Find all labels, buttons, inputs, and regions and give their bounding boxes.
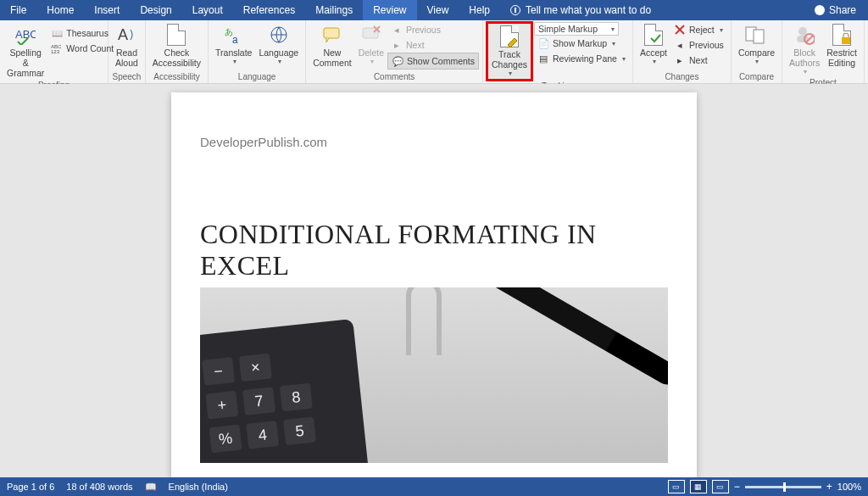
status-spellcheck-icon[interactable]: 📖 (145, 482, 157, 493)
group-language: あa Translate▾ Language▾ Language (209, 20, 306, 83)
wordcount-button[interactable]: ABC123Word Count (47, 41, 117, 56)
chevron-down-icon: ▾ (653, 58, 656, 65)
chevron-down-icon: ▾ (611, 25, 615, 33)
compare-button[interactable]: Compare▾ (735, 22, 778, 67)
markup-mode-dropdown[interactable]: Simple Markup▾ (534, 22, 619, 36)
new-comment-button[interactable]: New Comment (309, 22, 355, 70)
tab-view[interactable]: View (417, 0, 459, 20)
check-accessibility-button[interactable]: Check Accessibility (149, 22, 204, 70)
compare-icon (745, 24, 767, 46)
block-authors-icon (793, 24, 815, 46)
block-authors-button[interactable]: Block Authors▾ (786, 22, 823, 77)
paperclip-graphic (406, 285, 442, 355)
tell-me-search[interactable]: Tell me what you want to do (500, 0, 803, 20)
previous-icon: ◂ (391, 24, 403, 36)
show-comments-icon: 💬 (392, 55, 403, 67)
next-comment-button[interactable]: ▸Next (387, 37, 479, 53)
next-icon: ▸ (391, 39, 403, 51)
previous-comment-button[interactable]: ◂Previous (387, 22, 479, 37)
menu-tabs-bar: File Home Insert Design Layout Reference… (0, 0, 868, 20)
zoom-out-button[interactable]: − (734, 481, 740, 493)
language-icon (268, 24, 290, 46)
group-tracking: Track Changes▾ Simple Markup▾ 📄Show Mark… (483, 20, 633, 83)
previous-change-button[interactable]: ◂Previous (670, 37, 727, 53)
tab-layout[interactable]: Layout (182, 0, 233, 20)
reviewing-pane-icon: ▤ (537, 53, 549, 64)
tell-me-label: Tell me what you want to do (526, 4, 651, 16)
reject-button[interactable]: Reject▾ (670, 22, 727, 37)
chevron-down-icon: ▾ (370, 58, 374, 65)
translate-button[interactable]: あa Translate▾ (212, 22, 255, 67)
svg-point-15 (798, 27, 807, 36)
calculator-graphic: − × + 7 8 % 4 5 (200, 319, 369, 463)
svg-text:ABC: ABC (15, 28, 36, 41)
group-label-speech: Speech (112, 71, 142, 83)
document-header-text: DeveloperPublish.com (200, 135, 668, 149)
thesaurus-button[interactable]: 📖Thesaurus (47, 25, 117, 41)
view-print-layout-button[interactable]: ▦ (690, 480, 707, 493)
read-aloud-button[interactable]: A Read Aloud (112, 22, 142, 70)
status-language[interactable]: English (India) (169, 482, 228, 492)
svg-text:A: A (118, 26, 128, 43)
group-ink: Hide Ink▾ Ink (865, 20, 868, 83)
tab-home[interactable]: Home (36, 0, 84, 20)
thesaurus-icon: 📖 (51, 27, 63, 39)
accept-icon (643, 24, 665, 46)
group-label-accessibility: Accessibility (149, 71, 204, 83)
tab-design[interactable]: Design (130, 0, 181, 20)
group-speech: A Read Aloud Speech (108, 20, 146, 83)
group-label-comments: Comments (309, 71, 479, 83)
next-change-button[interactable]: ▸Next (670, 53, 727, 68)
svg-text:a: a (232, 34, 238, 45)
translate-icon: あa (223, 24, 245, 46)
track-changes-button[interactable]: Track Changes▾ (487, 22, 532, 81)
tab-review[interactable]: Review (363, 0, 416, 20)
tab-help[interactable]: Help (459, 0, 500, 20)
chevron-down-icon: ▾ (233, 58, 236, 65)
tab-insert[interactable]: Insert (84, 0, 130, 20)
zoom-slider[interactable] (745, 486, 821, 488)
accessibility-icon (165, 24, 187, 46)
chevron-down-icon: ▾ (509, 70, 512, 77)
svg-rect-7 (324, 28, 339, 38)
zoom-in-button[interactable]: + (826, 481, 832, 493)
delete-comment-button[interactable]: Delete▾ (355, 22, 387, 67)
group-comments: New Comment Delete▾ ◂Previous ▸Next 💬Sho… (306, 20, 483, 83)
show-comments-button[interactable]: 💬Show Comments (387, 53, 479, 70)
tab-references[interactable]: References (233, 0, 305, 20)
group-compare: Compare▾ Compare (732, 20, 782, 83)
previous-icon: ◂ (674, 39, 686, 51)
reviewing-pane-button[interactable]: ▤Reviewing Pane▾ (534, 51, 629, 66)
chevron-down-icon: ▾ (720, 26, 723, 34)
chevron-down-icon: ▾ (804, 68, 807, 75)
zoom-level[interactable]: 100% (837, 482, 861, 492)
status-wordcount[interactable]: 18 of 408 words (66, 482, 132, 492)
spellcheck-icon: ABC (14, 24, 36, 46)
view-web-layout-button[interactable]: ▭ (712, 480, 729, 493)
share-icon (815, 5, 825, 15)
show-markup-button[interactable]: 📄Show Markup▾ (534, 36, 629, 51)
share-button[interactable]: Share (803, 0, 868, 20)
group-changes: Accept▾ Reject▾ ◂Previous ▸Next Changes (633, 20, 732, 83)
show-markup-icon: 📄 (537, 37, 549, 49)
status-bar: Page 1 of 6 18 of 408 words 📖 English (I… (0, 477, 868, 496)
view-read-mode-button[interactable]: ▭ (668, 480, 685, 493)
wordcount-icon: ABC123 (51, 42, 63, 54)
track-changes-icon (498, 25, 520, 47)
svg-rect-19 (842, 37, 850, 44)
accept-button[interactable]: Accept▾ (637, 22, 670, 67)
chevron-down-icon: ▾ (612, 40, 615, 47)
next-icon: ▸ (674, 54, 686, 66)
spelling-grammar-button[interactable]: ABC Spelling & Grammar (3, 22, 47, 80)
language-button[interactable]: Language▾ (255, 22, 302, 67)
document-area[interactable]: DeveloperPublish.com CONDITIONAL FORMATI… (0, 84, 868, 477)
group-label-compare: Compare (735, 71, 778, 83)
read-aloud-icon: A (115, 24, 137, 46)
status-page[interactable]: Page 1 of 6 (7, 482, 54, 492)
tab-file[interactable]: File (0, 0, 36, 20)
tab-mailings[interactable]: Mailings (305, 0, 363, 20)
restrict-editing-button[interactable]: Restrict Editing (823, 22, 860, 70)
chevron-down-icon: ▾ (278, 58, 281, 65)
reject-icon (674, 24, 686, 36)
group-protect: Block Authors▾ Restrict Editing Protect (782, 20, 865, 83)
